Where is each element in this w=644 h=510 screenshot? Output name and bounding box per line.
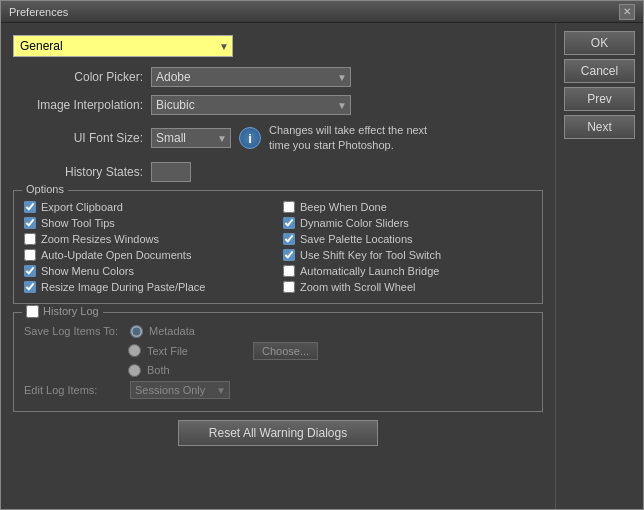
color-picker-select-wrapper: AdobeWindows ▼ xyxy=(151,67,351,87)
showToolTips-checkbox[interactable] xyxy=(24,217,36,229)
text-file-row: Text File Choose... xyxy=(24,342,532,360)
prev-button[interactable]: Prev xyxy=(564,87,635,111)
sidebar: OK Cancel Prev Next xyxy=(555,23,643,509)
color-picker-select[interactable]: AdobeWindows xyxy=(151,67,351,87)
image-interpolation-select[interactable]: Nearest NeighborBilinearBicubicBicubic S… xyxy=(151,95,351,115)
color-picker-label: Color Picker: xyxy=(13,70,143,84)
autoUpdateOpenDocuments-checkbox[interactable] xyxy=(24,249,36,261)
showToolTips-label: Show Tool Tips xyxy=(41,217,115,229)
section-dropdown-row: GeneralInterfaceFile HandlingPerformance… xyxy=(13,35,543,57)
log-select-wrapper: Sessions OnlyConciseDetailed ▼ xyxy=(130,381,230,399)
beepWhenDone-label: Beep When Done xyxy=(300,201,387,213)
list-item: Resize Image During Paste/Place xyxy=(24,281,273,293)
dialog-title: Preferences xyxy=(9,6,68,18)
image-interpolation-select-wrapper: Nearest NeighborBilinearBicubicBicubic S… xyxy=(151,95,351,115)
close-button[interactable]: ✕ xyxy=(619,4,635,20)
options-group-label: Options xyxy=(22,183,68,195)
ui-font-size-select-wrapper: SmallMediumLarge ▼ xyxy=(151,128,231,148)
list-item: Show Tool Tips xyxy=(24,217,273,229)
both-label: Both xyxy=(147,364,247,376)
info-icon: i xyxy=(239,127,261,149)
list-item: Auto-Update Open Documents xyxy=(24,249,273,261)
preferences-dialog: Preferences ✕ GeneralInterfaceFile Handl… xyxy=(0,0,644,510)
list-item: Save Palette Locations xyxy=(283,233,532,245)
dynamicColorSliders-checkbox[interactable] xyxy=(283,217,295,229)
savePaletteLocations-checkbox[interactable] xyxy=(283,233,295,245)
list-item: Dynamic Color Sliders xyxy=(283,217,532,229)
info-text: Changes will take effect the next time y… xyxy=(269,123,449,154)
automaticallyLaunchBridge-checkbox[interactable] xyxy=(283,265,295,277)
list-item: Use Shift Key for Tool Switch xyxy=(283,249,532,261)
automaticallyLaunchBridge-label: Automatically Launch Bridge xyxy=(300,265,439,277)
useShiftKeyForToolSwitch-label: Use Shift Key for Tool Switch xyxy=(300,249,441,261)
history-log-label: History Log xyxy=(43,305,99,317)
showMenuColors-checkbox[interactable] xyxy=(24,265,36,277)
both-radio[interactable] xyxy=(128,364,141,377)
zoomResizesWindows-label: Zoom Resizes Windows xyxy=(41,233,159,245)
resizeImageDuringPastePlace-label: Resize Image During Paste/Place xyxy=(41,281,205,293)
options-grid: Export ClipboardShow Tool TipsZoom Resiz… xyxy=(24,201,532,293)
edit-log-items-row: Edit Log Items: Sessions OnlyConciseDeta… xyxy=(24,381,532,399)
edit-log-items-label: Edit Log Items: xyxy=(24,384,124,396)
history-states-input[interactable]: 20 xyxy=(151,162,191,182)
history-log-content: Save Log Items To: Metadata Text File Ch… xyxy=(24,325,532,399)
history-log-checkbox[interactable] xyxy=(26,305,39,318)
choose-button[interactable]: Choose... xyxy=(253,342,318,360)
exportClipboard-label: Export Clipboard xyxy=(41,201,123,213)
ok-button[interactable]: OK xyxy=(564,31,635,55)
list-item: Beep When Done xyxy=(283,201,532,213)
zoomWithScrollWheel-label: Zoom with Scroll Wheel xyxy=(300,281,416,293)
options-group: Options Export ClipboardShow Tool TipsZo… xyxy=(13,190,543,304)
section-dropdown[interactable]: GeneralInterfaceFile HandlingPerformance… xyxy=(13,35,233,57)
zoomResizesWindows-checkbox[interactable] xyxy=(24,233,36,245)
exportClipboard-checkbox[interactable] xyxy=(24,201,36,213)
list-item: Zoom with Scroll Wheel xyxy=(283,281,532,293)
showMenuColors-label: Show Menu Colors xyxy=(41,265,134,277)
text-file-label: Text File xyxy=(147,345,247,357)
ui-font-size-select[interactable]: SmallMediumLarge xyxy=(151,128,231,148)
log-select[interactable]: Sessions OnlyConciseDetailed xyxy=(130,381,230,399)
useShiftKeyForToolSwitch-checkbox[interactable] xyxy=(283,249,295,261)
zoomWithScrollWheel-checkbox[interactable] xyxy=(283,281,295,293)
reset-all-warning-dialogs-button[interactable]: Reset All Warning Dialogs xyxy=(178,420,378,446)
list-item: Zoom Resizes Windows xyxy=(24,233,273,245)
metadata-radio[interactable] xyxy=(130,325,143,338)
history-log-group: History Log Save Log Items To: Metadata … xyxy=(13,312,543,412)
color-picker-row: Color Picker: AdobeWindows ▼ xyxy=(13,67,543,87)
save-log-items-label: Save Log Items To: xyxy=(24,325,124,337)
history-states-label: History States: xyxy=(13,165,143,179)
cancel-button[interactable]: Cancel xyxy=(564,59,635,83)
history-log-group-label: History Log xyxy=(22,305,103,318)
list-item: Show Menu Colors xyxy=(24,265,273,277)
section-dropdown-wrapper: GeneralInterfaceFile HandlingPerformance… xyxy=(13,35,233,57)
ui-font-size-label: UI Font Size: xyxy=(13,131,143,145)
ui-font-size-row: UI Font Size: SmallMediumLarge ▼ i Chang… xyxy=(13,123,543,154)
savePaletteLocations-label: Save Palette Locations xyxy=(300,233,413,245)
both-row: Both xyxy=(24,364,532,377)
beepWhenDone-checkbox[interactable] xyxy=(283,201,295,213)
metadata-label: Metadata xyxy=(149,325,249,337)
title-bar: Preferences ✕ xyxy=(1,1,643,23)
save-log-items-row: Save Log Items To: Metadata xyxy=(24,325,532,338)
text-file-radio[interactable] xyxy=(128,344,141,357)
dynamicColorSliders-label: Dynamic Color Sliders xyxy=(300,217,409,229)
history-states-row: History States: 20 xyxy=(13,162,543,182)
autoUpdateOpenDocuments-label: Auto-Update Open Documents xyxy=(41,249,191,261)
list-item: Automatically Launch Bridge xyxy=(283,265,532,277)
image-interpolation-row: Image Interpolation: Nearest NeighborBil… xyxy=(13,95,543,115)
list-item: Export Clipboard xyxy=(24,201,273,213)
resizeImageDuringPastePlace-checkbox[interactable] xyxy=(24,281,36,293)
image-interpolation-label: Image Interpolation: xyxy=(13,98,143,112)
next-button[interactable]: Next xyxy=(564,115,635,139)
